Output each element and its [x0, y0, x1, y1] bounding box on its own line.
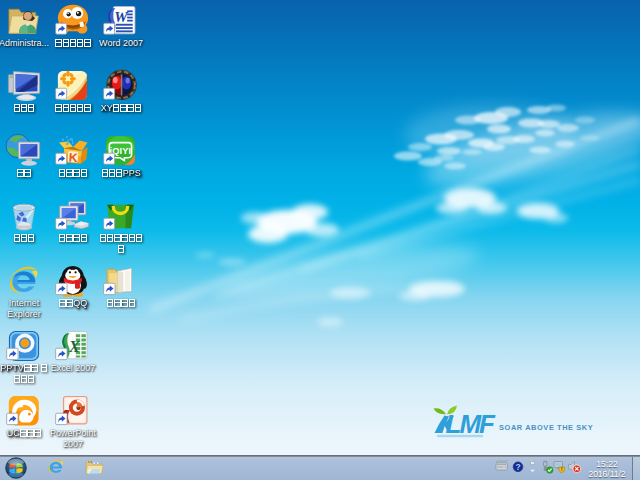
svg-text:SOAR ABOVE THE SKY: SOAR ABOVE THE SKY — [499, 423, 593, 432]
svg-text:X: X — [68, 338, 81, 356]
svg-text:?: ? — [515, 462, 520, 472]
svg-text:!: ! — [561, 466, 563, 472]
svg-text:LMF: LMF — [446, 409, 497, 439]
svg-text:W: W — [114, 9, 129, 25]
svg-text:K: K — [68, 150, 78, 165]
